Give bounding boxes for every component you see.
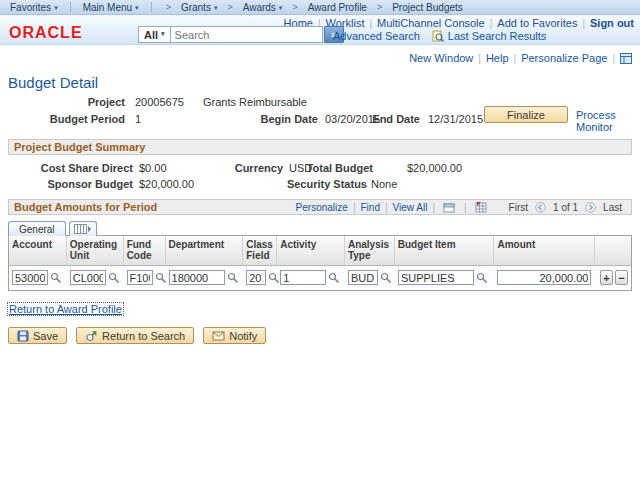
project-value: 20005675 <box>135 96 184 108</box>
find-link[interactable]: Find <box>360 202 379 213</box>
activity-lookup-icon[interactable] <box>328 272 340 284</box>
chevron-right-icon: > <box>227 2 232 12</box>
budget-item-input[interactable] <box>398 270 474 285</box>
department-lookup-icon[interactable] <box>227 272 239 284</box>
grid-pager: First 1 of 1 Last <box>505 202 626 213</box>
breadcrumb-awards[interactable]: Awards <box>243 2 283 13</box>
operating-unit-lookup-icon[interactable] <box>108 272 120 284</box>
project-budget-summary-header: Project Budget Summary <box>8 139 632 155</box>
divider <box>151 2 152 12</box>
show-all-columns-icon[interactable] <box>69 221 97 236</box>
search-bar: All » <box>138 26 344 43</box>
column-header-amount: Amount <box>494 236 595 265</box>
amount-input[interactable] <box>497 270 591 285</box>
previous-row-icon[interactable] <box>535 202 546 213</box>
last-label: Last <box>603 202 622 213</box>
header-fields: Project 20005675 Grants Reimbursable Bud… <box>8 93 632 133</box>
operating-unit-input[interactable] <box>70 270 106 285</box>
search-scope-dropdown[interactable]: All <box>138 26 171 43</box>
activity-input[interactable] <box>280 270 326 285</box>
end-date-value: 12/31/2015 <box>428 113 483 125</box>
finalize-button[interactable]: Finalize <box>484 106 568 123</box>
account-input[interactable] <box>12 270 48 285</box>
budget-period-value: 1 <box>135 113 141 125</box>
divider <box>380 202 393 213</box>
pager-count: 1 of 1 <box>553 202 578 213</box>
search-links: Advanced Search Last Search Results <box>333 30 546 42</box>
save-label: Save <box>33 330 58 342</box>
notify-icon <box>212 330 225 341</box>
grid-tabs: General <box>8 219 632 236</box>
page-links: New Window Help Personalize Page <box>8 52 632 64</box>
budget-grid: Account Operating Unit Fund Code Departm… <box>8 235 632 291</box>
total-budget-value: $20,000.00 <box>407 162 462 174</box>
save-button[interactable]: Save <box>8 327 67 344</box>
save-icon <box>17 330 29 342</box>
cost-share-direct-label: Cost Share Direct <box>8 162 133 174</box>
return-to-award-profile-link[interactable]: Return to Award Profile <box>8 303 123 315</box>
advanced-search-link[interactable]: Advanced Search <box>333 30 420 42</box>
tab-general[interactable]: General <box>8 221 66 236</box>
account-lookup-icon[interactable] <box>50 272 62 284</box>
new-window-link[interactable]: New Window <box>409 52 473 64</box>
main-menu[interactable]: Main Menu <box>83 2 139 13</box>
delete-row-button[interactable] <box>615 270 628 285</box>
divider <box>607 52 620 64</box>
security-status-label: Security Status <box>278 178 367 190</box>
budget-period-label: Budget Period <box>8 113 125 125</box>
column-header-operating-unit: Operating Unit <box>67 236 124 265</box>
view-all-link[interactable]: View All <box>393 202 428 213</box>
fund-code-input[interactable] <box>127 270 153 285</box>
download-grid-icon[interactable] <box>475 201 488 213</box>
budget-item-lookup-icon[interactable] <box>476 272 488 284</box>
breadcrumb-award-profile[interactable]: Award Profile <box>308 2 367 13</box>
section-title: Budget Amounts for Period <box>14 201 157 213</box>
page-title: Budget Detail <box>8 74 632 91</box>
end-date-label: End Date <box>338 113 420 125</box>
last-search-results-link[interactable]: Last Search Results <box>448 30 546 42</box>
divider <box>577 17 590 29</box>
breadcrumb-grants[interactable]: Grants <box>181 2 218 13</box>
grid-header-row: Account Operating Unit Fund Code Departm… <box>9 236 631 266</box>
total-budget-label: Total Budget <box>288 162 373 174</box>
begin-date-label: Begin Date <box>213 113 318 125</box>
column-header-budget-item: Budget Item <box>395 236 495 265</box>
divider <box>70 2 71 12</box>
process-monitor-link[interactable]: Process Monitor <box>576 109 632 133</box>
column-header-department: Department <box>166 236 244 265</box>
page-content: New Window Help Personalize Page Budget … <box>0 52 640 344</box>
column-header-account: Account <box>9 236 67 265</box>
department-input[interactable] <box>169 270 225 285</box>
grid-toolbar: Personalize Find View All First 1 of 1 <box>296 201 626 213</box>
chevron-right-icon: > <box>292 2 297 12</box>
search-input[interactable] <box>171 26 323 43</box>
add-row-button[interactable] <box>600 270 613 285</box>
personalize-layout-icon[interactable] <box>620 53 632 64</box>
favorites-menu[interactable]: Favorites <box>10 2 58 13</box>
notify-label: Notify <box>229 330 257 342</box>
column-header-fund-code: Fund Code <box>124 236 166 265</box>
currency-label: Currency <box>208 162 283 174</box>
divider <box>485 17 498 29</box>
analysis-type-input[interactable] <box>348 270 378 285</box>
help-link[interactable]: Help <box>486 52 509 64</box>
personalize-page-link[interactable]: Personalize Page <box>521 52 607 64</box>
sponsor-budget-label: Sponsor Budget <box>8 178 133 190</box>
zoom-grid-icon[interactable] <box>443 202 456 213</box>
analysis-type-lookup-icon[interactable] <box>380 272 392 284</box>
personalize-link[interactable]: Personalize <box>296 202 348 213</box>
divider <box>348 202 361 213</box>
add-to-favorites-link[interactable]: Add to Favorites <box>497 17 577 29</box>
next-row-icon[interactable] <box>585 202 596 213</box>
header-banner: ORACLE Home Worklist MultiChannel Consol… <box>0 15 640 45</box>
sign-out-link[interactable]: Sign out <box>590 17 634 29</box>
sponsor-budget-value: $20,000.00 <box>139 178 194 190</box>
return-to-search-button[interactable]: Return to Search <box>76 327 194 344</box>
column-header-class-field: Class Field <box>243 236 277 265</box>
return-to-search-label: Return to Search <box>102 330 185 342</box>
multichannel-console-link[interactable]: MultiChannel Console <box>377 17 485 29</box>
notify-button[interactable]: Notify <box>203 327 266 344</box>
class-field-input[interactable] <box>246 270 266 285</box>
breadcrumb-project-budgets: Project Budgets <box>392 2 463 13</box>
budget-amounts-header: Budget Amounts for Period Personalize Fi… <box>8 199 632 215</box>
